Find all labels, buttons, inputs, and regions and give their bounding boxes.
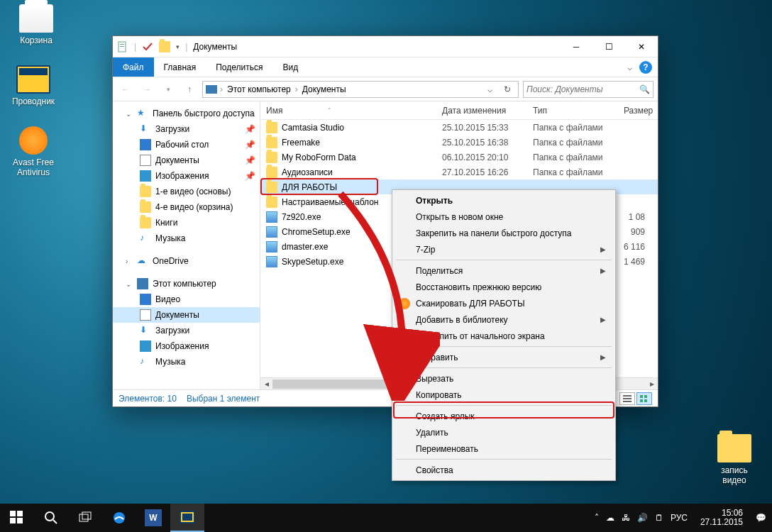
menu-item[interactable]: Сканировать ДЛЯ РАБОТЫ (395, 295, 613, 311)
nav-back-button[interactable]: ← (117, 81, 134, 98)
taskview-button[interactable] (68, 504, 102, 532)
ribbon-tab-home[interactable]: Главная (154, 57, 206, 77)
submenu-icon: ▶ (600, 353, 606, 361)
check-icon[interactable] (142, 41, 153, 52)
menu-separator (396, 260, 612, 260)
menu-item[interactable]: Вырезать (395, 370, 613, 387)
tray-language[interactable]: РУС (671, 513, 688, 523)
menu-item[interactable]: Восстановить прежнюю версию (395, 279, 613, 295)
nav-item-folder[interactable]: 4-е видео (корзина) (113, 199, 260, 215)
search-icon[interactable]: 🔍 (639, 84, 650, 94)
desktop-icon-explorer[interactable]: Проводник (7, 65, 60, 106)
tray-network-icon[interactable]: 🖧 (622, 513, 630, 523)
tray-notes-icon[interactable]: 🗒 (655, 513, 663, 523)
file-row[interactable]: My RoboForm Data06.10.2015 20:10Папка с … (260, 150, 658, 165)
nav-label: Видео (155, 294, 180, 304)
nav-item-pictures[interactable]: Изображения (113, 338, 260, 354)
address-bar: ← → ▾ ↑ › Этот компьютер › Документы ⌵ ↻… (113, 77, 658, 101)
taskbar-explorer[interactable] (170, 504, 204, 532)
nav-item-downloads[interactable]: ⬇Загрузки📌 (113, 121, 260, 137)
menu-item[interactable]: Открыть в новом окне (395, 209, 613, 225)
column-type[interactable]: Тип (527, 106, 618, 116)
nav-up-button[interactable]: ↑ (181, 81, 198, 98)
nav-item-videos[interactable]: Видео (113, 292, 260, 307)
nav-onedrive[interactable]: ›☁OneDrive (113, 253, 260, 269)
minimize-button[interactable]: ─ (560, 36, 592, 57)
menu-item[interactable]: Копировать (395, 387, 613, 403)
tray-chevron-icon[interactable]: ˄ (595, 513, 599, 523)
close-button[interactable]: ✕ (625, 36, 658, 57)
view-list-button[interactable] (619, 392, 635, 405)
expand-icon[interactable]: ⌄ (126, 110, 133, 118)
breadcrumb-current[interactable]: Документы (301, 84, 348, 94)
nav-item-downloads[interactable]: ⬇Загрузки (113, 323, 260, 338)
file-name: SkypeSetup.exe (282, 257, 343, 267)
file-name: Camtasia Studio (282, 123, 344, 133)
ribbon-tab-file[interactable]: Файл (113, 57, 154, 77)
ribbon-tab-view[interactable]: Вид (272, 57, 308, 77)
nav-item-documents[interactable]: Документы📌 (113, 153, 260, 168)
file-row[interactable]: Аудиозаписи27.10.2015 16:26Папка с файла… (260, 165, 658, 179)
address-dropdown-icon[interactable]: ⌵ (483, 84, 497, 94)
desktop-icon-avast[interactable]: Avast Free Antivirus (7, 126, 60, 177)
taskbar-clock[interactable]: 15:06 27.11.2015 (695, 509, 749, 527)
nav-item-desktop[interactable]: Рабочий стол📌 (113, 137, 260, 153)
nav-item-folder[interactable]: Книги (113, 215, 260, 231)
nav-item-pictures[interactable]: Изображения📌 (113, 168, 260, 184)
nav-forward-button[interactable]: → (138, 81, 155, 98)
qat-dropdown-icon[interactable]: ▾ (176, 43, 180, 50)
taskbar-date: 27.11.2015 (700, 518, 743, 527)
file-row[interactable]: Camtasia Studio25.10.2015 15:33Папка с ф… (260, 120, 658, 135)
file-row[interactable]: Freemake25.10.2015 16:38Папка с файлами (260, 135, 658, 150)
refresh-icon[interactable]: ↻ (500, 84, 515, 94)
search-field[interactable]: 🔍 (523, 81, 654, 98)
menu-item[interactable]: Закрепить на панели быстрого доступа (395, 225, 613, 241)
menu-item[interactable]: Переименовать (395, 440, 613, 457)
ribbon-expand-icon[interactable]: ⌵ (627, 62, 632, 72)
menu-item[interactable]: Открыть (395, 192, 613, 209)
folder-icon[interactable] (159, 41, 170, 52)
desktop-icon-folder-video[interactable]: запись видео (708, 434, 761, 485)
menu-item[interactable]: Создать ярлык (395, 408, 613, 424)
ribbon-tab-share[interactable]: Поделиться (206, 57, 272, 77)
expand-icon[interactable]: › (126, 257, 133, 265)
nav-recent-button[interactable]: ▾ (160, 81, 177, 98)
view-details-button[interactable] (636, 392, 652, 405)
column-date[interactable]: Дата изменения (436, 106, 527, 116)
start-button[interactable] (0, 504, 34, 532)
nav-quick-access[interactable]: ⌄ ★ Панель быстрого доступа (113, 106, 260, 121)
nav-item-documents[interactable]: Документы (113, 307, 260, 323)
taskbar-edge[interactable] (102, 504, 136, 532)
menu-item[interactable]: Отправить▶ (395, 349, 613, 365)
scroll-right-icon[interactable]: ▸ (646, 378, 658, 390)
maximize-button[interactable]: ☐ (592, 36, 625, 57)
menu-item[interactable]: Удалить (395, 424, 613, 440)
menu-item[interactable]: Поделиться▶ (395, 262, 613, 279)
nav-item-music[interactable]: ♪Музыка (113, 354, 260, 370)
menu-item[interactable]: Открепить от начального экрана (395, 328, 613, 344)
expand-icon[interactable]: ⌄ (126, 280, 133, 288)
avast-icon (19, 126, 48, 155)
menu-item[interactable]: Добавить в библиотеку▶ (395, 311, 613, 328)
search-input[interactable] (526, 84, 639, 94)
tray-onedrive-icon[interactable]: ☁ (606, 513, 614, 523)
menu-item[interactable]: Свойства (395, 462, 613, 478)
taskbar-word[interactable]: W (136, 504, 170, 532)
titlebar[interactable]: | ▾ | Документы ─ ☐ ✕ (113, 36, 658, 57)
scroll-left-icon[interactable]: ◂ (260, 378, 272, 390)
svg-rect-8 (640, 399, 643, 402)
tray-volume-icon[interactable]: 🔊 (637, 513, 648, 523)
nav-item-music[interactable]: ♪Музыка (113, 231, 260, 246)
search-button[interactable] (34, 504, 68, 532)
address-field[interactable]: › Этот компьютер › Документы ⌵ ↻ (202, 81, 519, 98)
desktop-icon-recycle-bin[interactable]: Корзина (10, 4, 62, 45)
breadcrumb-root[interactable]: Этот компьютер (226, 84, 292, 94)
nav-this-pc[interactable]: ⌄Этот компьютер (113, 276, 260, 292)
column-size[interactable]: Размер (618, 106, 659, 116)
nav-item-folder[interactable]: 1-е видео (основы) (113, 184, 260, 199)
help-icon[interactable]: ? (639, 61, 652, 74)
column-name[interactable]: Имя˄ (260, 106, 436, 116)
action-center-icon[interactable]: 💬 (756, 513, 766, 523)
svg-rect-2 (120, 46, 124, 47)
menu-item[interactable]: 7-Zip▶ (395, 241, 613, 257)
